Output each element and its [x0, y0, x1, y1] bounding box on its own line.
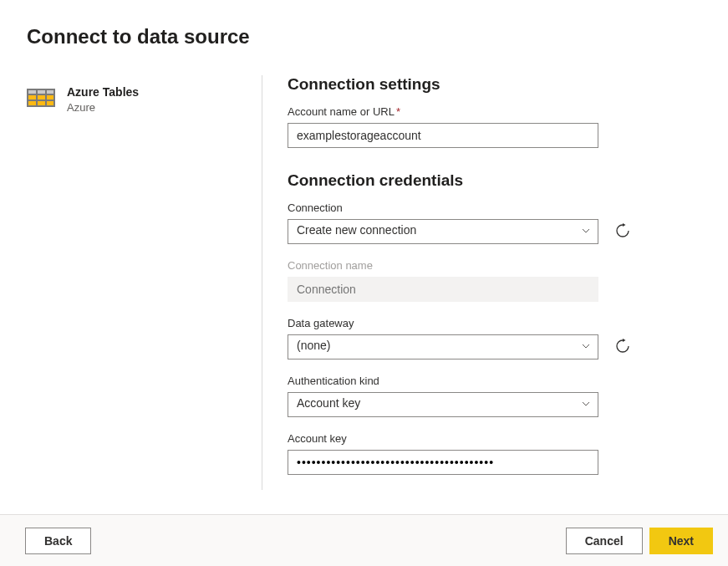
refresh-icon: [615, 339, 630, 356]
source-summary: Azure Tables Azure: [27, 75, 237, 490]
connection-name-label: Connection name: [288, 259, 685, 272]
svg-rect-2: [38, 90, 45, 94]
cancel-button[interactable]: Cancel: [566, 528, 643, 554]
back-button[interactable]: Back: [25, 528, 91, 554]
refresh-gateway-button[interactable]: [613, 338, 632, 356]
next-button[interactable]: Next: [649, 528, 713, 554]
section-connection-settings: Connection settings: [288, 75, 685, 94]
azure-tables-icon: [27, 84, 55, 112]
connection-name-input: [288, 277, 598, 302]
svg-rect-1: [28, 90, 36, 94]
connection-label: Connection: [288, 201, 685, 214]
svg-rect-3: [47, 90, 53, 94]
source-category: Azure: [67, 100, 139, 115]
required-asterisk: *: [396, 105, 400, 118]
svg-rect-5: [38, 95, 45, 99]
refresh-icon: [615, 223, 630, 241]
section-connection-credentials: Connection credentials: [288, 171, 685, 190]
svg-rect-6: [47, 95, 53, 99]
refresh-connection-button[interactable]: [613, 222, 632, 241]
footer-bar: Back Cancel Next: [0, 514, 728, 566]
data-gateway-label: Data gateway: [288, 317, 685, 329]
connection-select[interactable]: Create new connection: [288, 219, 598, 244]
page-title: Connect to data source: [27, 25, 701, 48]
data-gateway-select[interactable]: (none): [288, 334, 598, 359]
account-url-input[interactable]: [288, 123, 598, 148]
auth-kind-select[interactable]: Account key: [288, 392, 598, 417]
vertical-divider: [262, 75, 262, 490]
account-url-label: Account name or URL*: [288, 105, 685, 118]
account-key-label: Account key: [288, 432, 685, 445]
svg-rect-8: [38, 101, 45, 105]
svg-rect-7: [28, 101, 36, 105]
account-key-input[interactable]: [288, 450, 598, 475]
source-name: Azure Tables: [67, 84, 139, 100]
svg-rect-4: [28, 95, 36, 99]
auth-kind-label: Authentication kind: [288, 375, 685, 387]
svg-rect-9: [47, 101, 53, 105]
